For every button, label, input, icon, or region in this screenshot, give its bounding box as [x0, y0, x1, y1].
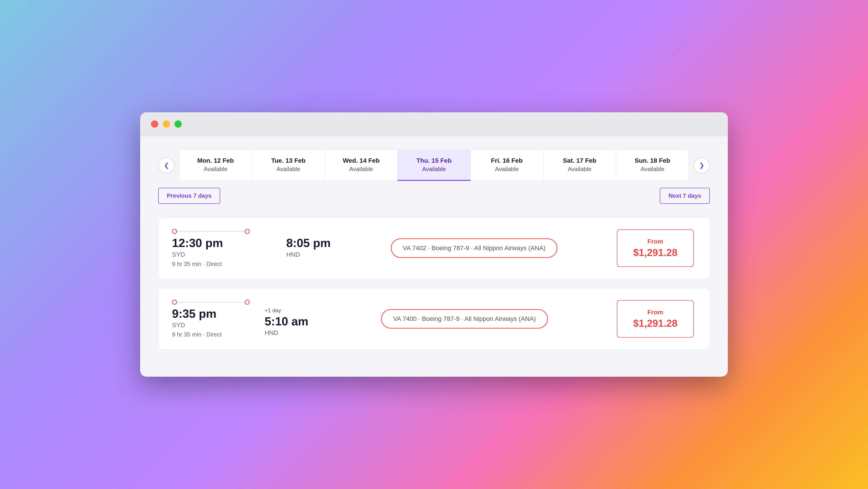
departure-dot-1 — [172, 300, 177, 304]
date-tab-day-5: Sat. 17 Feb — [548, 157, 612, 164]
flight-dot-line-1 — [172, 300, 310, 304]
flight-info-text-0: VA 7402 · Boeing 787-9 · All Nippon Airw… — [403, 244, 546, 252]
price-button-0[interactable]: From $1,291.28 — [617, 229, 694, 267]
plus-day-label-1: +1 day — [265, 307, 310, 314]
date-tab-0[interactable]: Mon. 12 Feb Available — [179, 150, 252, 181]
date-tab-status-3: Available — [402, 166, 466, 173]
departure-airport-0: SYD — [172, 251, 223, 258]
arrival-dot-0 — [245, 229, 250, 234]
arr-time-block-0: 8:05 pm HND — [286, 237, 331, 258]
maximize-button[interactable] — [175, 121, 182, 128]
flight-duration-0: 9 hr 35 min · Direct — [172, 261, 223, 267]
main-content: ❮ Mon. 12 Feb Available Tue. 13 Feb Avai… — [140, 136, 728, 349]
date-tab-2[interactable]: Wed. 14 Feb Available — [325, 150, 398, 181]
departure-block-1: 9:35 pm SYD 9 hr 35 min · Direct +1 day … — [172, 300, 310, 338]
price-block-1: From $1,291.28 — [617, 300, 696, 337]
close-button[interactable] — [151, 121, 158, 128]
price-button-1[interactable]: From $1,291.28 — [617, 300, 694, 337]
arrival-airport-0: HND — [286, 251, 331, 258]
date-tab-day-3: Thu. 15 Feb — [402, 157, 466, 164]
date-tab-1[interactable]: Tue. 13 Feb Available — [252, 150, 325, 181]
price-block-0: From $1,291.28 — [617, 229, 696, 267]
date-tabs-container: Mon. 12 Feb Available Tue. 13 Feb Availa… — [179, 150, 689, 181]
flight-badge-0: VA 7402 · Boeing 787-9 · All Nippon Airw… — [340, 238, 608, 258]
minimize-button[interactable] — [163, 121, 170, 128]
flight-line-0 — [177, 231, 245, 232]
chevron-right-icon: ❯ — [699, 162, 704, 169]
flight-oval-1: VA 7400 · Boeing 787-9 · All Nippon Airw… — [381, 309, 548, 329]
date-tab-status-0: Available — [184, 166, 247, 173]
flight-oval-0: VA 7402 · Boeing 787-9 · All Nippon Airw… — [391, 238, 557, 258]
next-7-days-button[interactable]: Next 7 days — [660, 188, 710, 204]
arrival-dot-1 — [245, 300, 250, 304]
app-window: ❮ Mon. 12 Feb Available Tue. 13 Feb Avai… — [140, 112, 728, 377]
dep-time-block-1: 9:35 pm SYD 9 hr 35 min · Direct — [172, 307, 222, 338]
date-navigation: ❮ Mon. 12 Feb Available Tue. 13 Feb Avai… — [158, 150, 710, 181]
departure-block-0: 12:30 pm SYD 9 hr 35 min · Direct 8:05 p… — [172, 229, 331, 267]
date-tab-day-0: Mon. 12 Feb — [184, 157, 247, 164]
date-tab-day-4: Fri. 16 Feb — [475, 157, 539, 164]
date-tab-day-2: Wed. 14 Feb — [329, 157, 393, 164]
week-nav-row: Previous 7 days Next 7 days — [158, 188, 710, 204]
arrival-time-1: 5:10 am — [265, 315, 310, 328]
arr-time-block-1: +1 day 5:10 am HND — [265, 307, 310, 336]
price-from-label-0: From — [629, 238, 682, 245]
flight-line-1 — [177, 302, 245, 302]
flight-times-0: 12:30 pm SYD 9 hr 35 min · Direct 8:05 p… — [172, 229, 331, 267]
arrival-airport-1: HND — [265, 329, 310, 336]
chevron-left-icon: ❮ — [164, 162, 169, 169]
prev-arrow-button[interactable]: ❮ — [158, 157, 175, 173]
price-from-label-1: From — [629, 309, 682, 316]
price-amount-1: $1,291.28 — [629, 318, 682, 329]
flight-times-1: 9:35 pm SYD 9 hr 35 min · Direct +1 day … — [172, 300, 312, 338]
next-arrow-button[interactable]: ❯ — [693, 157, 710, 173]
date-tab-status-6: Available — [621, 166, 684, 173]
date-tab-5[interactable]: Sat. 17 Feb Available — [544, 150, 616, 181]
date-tab-status-4: Available — [475, 166, 539, 173]
date-tab-3[interactable]: Thu. 15 Feb Available — [398, 150, 470, 181]
departure-time-1: 9:35 pm — [172, 307, 222, 320]
departure-time-0: 12:30 pm — [172, 237, 223, 250]
previous-7-days-button[interactable]: Previous 7 days — [158, 188, 220, 204]
arrival-time-0: 8:05 pm — [286, 237, 331, 250]
dep-time-block-0: 12:30 pm SYD 9 hr 35 min · Direct — [172, 237, 223, 267]
price-amount-0: $1,291.28 — [629, 247, 682, 258]
flight-badge-1: VA 7400 · Boeing 787-9 · All Nippon Airw… — [321, 309, 608, 329]
date-tab-day-6: Sun. 18 Feb — [621, 157, 684, 164]
title-bar — [140, 112, 728, 136]
departure-airport-1: SYD — [172, 322, 222, 329]
flight-card-0: 12:30 pm SYD 9 hr 35 min · Direct 8:05 p… — [158, 217, 710, 279]
date-tab-day-1: Tue. 13 Feb — [256, 157, 320, 164]
date-tab-4[interactable]: Fri. 16 Feb Available — [471, 150, 544, 181]
flight-dot-line-0 — [172, 229, 331, 234]
date-tab-status-5: Available — [548, 166, 612, 173]
departure-dot-0 — [172, 229, 177, 234]
flight-card-1: 9:35 pm SYD 9 hr 35 min · Direct +1 day … — [158, 288, 710, 350]
date-tab-status-1: Available — [256, 166, 320, 173]
flight-info-text-1: VA 7400 · Boeing 787-9 · All Nippon Airw… — [393, 315, 536, 322]
date-tab-6[interactable]: Sun. 18 Feb Available — [616, 150, 689, 181]
flight-duration-1: 9 hr 35 min · Direct — [172, 331, 222, 338]
date-tab-status-2: Available — [329, 166, 393, 173]
